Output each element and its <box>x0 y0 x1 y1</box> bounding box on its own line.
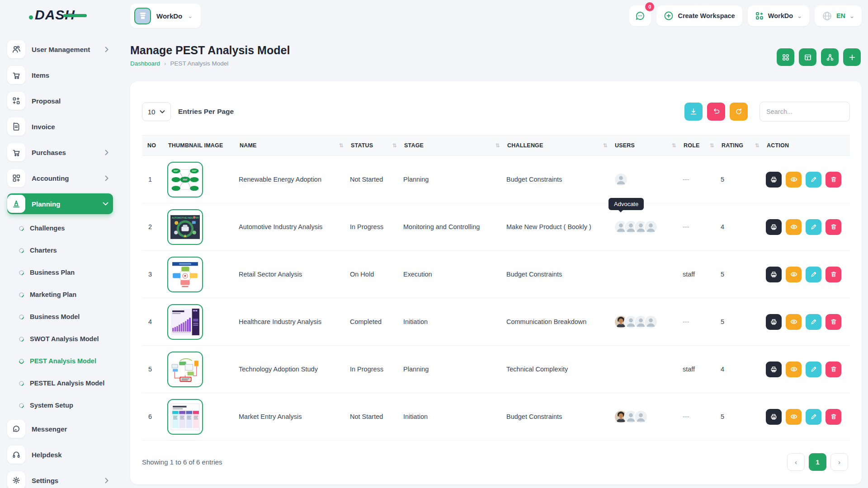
bullet-ring-icon <box>18 357 25 365</box>
pencil-action-button[interactable] <box>806 314 821 330</box>
printer-action-button[interactable] <box>766 314 782 330</box>
table-view-button[interactable] <box>799 48 816 66</box>
cell-stage: Planning <box>403 176 506 183</box>
workspace-menu-button[interactable]: WorkDo ⌄ <box>748 5 809 26</box>
user-placeholder-avatar[interactable] <box>614 173 628 187</box>
sidebar-item-invoice[interactable]: Invoice <box>7 116 113 137</box>
pencil-action-button[interactable] <box>806 361 821 377</box>
column-header-role[interactable]: ROLE⇅ <box>683 136 721 155</box>
sidebar-item-planning[interactable]: Planning <box>7 193 113 214</box>
cell-name: Renewable Energy Adoption <box>239 176 350 183</box>
sidebar-item-settings[interactable]: Settings <box>7 470 113 488</box>
user-placeholder-avatar[interactable] <box>644 315 658 329</box>
sidebar-item-user-management[interactable]: User Management <box>7 39 113 60</box>
column-header-rating[interactable]: RATING⇅ <box>721 136 766 155</box>
column-header-name[interactable]: NAME⇅ <box>239 136 350 155</box>
printer-icon <box>770 223 778 231</box>
sidebar-item-accounting[interactable]: Accounting <box>7 168 113 188</box>
sidebar-item-messenger[interactable]: Messenger <box>7 418 113 439</box>
sidebar-item-proposal[interactable]: Proposal <box>7 90 113 111</box>
pencil-action-button[interactable] <box>806 267 821 282</box>
cell-action <box>766 219 850 235</box>
comparison-table-thumbnail[interactable] <box>167 399 203 435</box>
column-header-status[interactable]: STATUS⇅ <box>350 136 403 155</box>
eye-action-button[interactable] <box>786 172 802 188</box>
cell-no: 2 <box>142 223 167 230</box>
breadcrumb-dashboard-link[interactable]: Dashboard <box>130 60 160 67</box>
create-workspace-button[interactable]: Create Workspace <box>656 5 742 26</box>
sidebar-subitem-pestel-analysis-model[interactable]: PESTEL Analysis Model <box>7 374 113 392</box>
pagination: ‹ 1 › <box>787 453 848 471</box>
automotive-infographic-thumbnail[interactable]: AUTOMOTIVE INDUSTRY <box>167 209 203 245</box>
trash-action-button[interactable] <box>826 219 841 235</box>
user-placeholder-avatar[interactable] <box>634 410 648 424</box>
refresh-button[interactable] <box>730 103 748 121</box>
sidebar-subitem-charters[interactable]: Charters <box>7 241 113 259</box>
sidebar-subitem-business-plan[interactable]: Business Plan <box>7 263 113 282</box>
sort-icon[interactable]: ⇅ <box>710 142 714 149</box>
pagination-page-1[interactable]: 1 <box>809 453 826 471</box>
pencil-icon <box>810 413 817 420</box>
sidebar-subitem-challenges[interactable]: Challenges <box>7 219 113 237</box>
plus-button[interactable] <box>843 48 861 66</box>
eye-action-button[interactable] <box>786 219 802 235</box>
trash-action-button[interactable] <box>826 361 841 377</box>
column-header-users[interactable]: USERS⇅ <box>614 136 683 155</box>
printer-action-button[interactable] <box>766 267 782 282</box>
entries-per-page-select[interactable]: 10 <box>142 102 171 121</box>
column-header-stage[interactable]: STAGE⇅ <box>403 136 506 155</box>
printer-action-button[interactable] <box>766 219 782 235</box>
cell-name: Automotive Industry Analysis <box>239 223 350 230</box>
mindmap-diagram-thumbnail[interactable] <box>167 162 203 197</box>
cell-rating: 4 <box>721 366 766 373</box>
sort-icon[interactable]: ⇅ <box>392 142 397 149</box>
sidebar-item-label: Items <box>32 71 113 79</box>
sort-icon[interactable]: ⇅ <box>603 142 608 149</box>
bullet-ring-icon <box>18 380 25 387</box>
sidebar-item-purchases[interactable]: Purchases <box>7 142 113 163</box>
hierarchy-view-button[interactable] <box>821 48 839 66</box>
column-header-challenge[interactable]: CHALLENGE⇅ <box>506 136 614 155</box>
pencil-action-button[interactable] <box>806 409 821 425</box>
eye-action-button[interactable] <box>786 267 802 282</box>
user-placeholder-avatar[interactable] <box>644 220 658 234</box>
cycle-diagram-thumbnail[interactable] <box>167 257 203 292</box>
pagination-next-button[interactable]: › <box>830 453 848 471</box>
trash-action-button[interactable] <box>826 172 841 188</box>
printer-action-button[interactable] <box>766 172 782 188</box>
pagination-prev-button[interactable]: ‹ <box>787 453 805 471</box>
sort-icon[interactable]: ⇅ <box>672 142 676 149</box>
messages-button[interactable]: 0 <box>629 5 651 26</box>
undo-button[interactable] <box>707 103 725 121</box>
eye-action-button[interactable] <box>786 409 802 425</box>
trash-action-button[interactable] <box>826 314 841 330</box>
sort-icon[interactable]: ⇅ <box>339 142 344 149</box>
sort-icon[interactable]: ⇅ <box>495 142 500 149</box>
sidebar-subitem-marketing-plan[interactable]: Marketing Plan <box>7 286 113 304</box>
sort-icon[interactable]: ⇅ <box>755 142 760 149</box>
sidebar-item-helpdesk[interactable]: Helpdesk <box>7 444 113 465</box>
language-button[interactable]: EN ⌄ <box>815 5 862 26</box>
sidebar-subitem-swot-analysis-model[interactable]: SWOT Analysis Model <box>7 330 113 348</box>
pencil-action-button[interactable] <box>806 172 821 188</box>
sidebar-subitem-system-setup[interactable]: System Setup <box>7 396 113 414</box>
cell-no: 4 <box>142 318 167 325</box>
sidebar-subitem-business-model[interactable]: Business Model <box>7 308 113 326</box>
sidebar-item-items[interactable]: Items <box>7 65 113 85</box>
export-button[interactable] <box>684 103 703 121</box>
printer-action-button[interactable] <box>766 409 782 425</box>
column-label: NAME <box>240 142 257 149</box>
trash-action-button[interactable] <box>826 409 841 425</box>
sidebar-subitem-pest-analysis-model[interactable]: PEST Analysis Model <box>7 352 113 370</box>
workspace-selector[interactable]: WorkDo ⌄ <box>130 4 201 28</box>
eye-action-button[interactable] <box>786 314 802 330</box>
column-label: STAGE <box>404 142 424 149</box>
flowchart-diagram-thumbnail[interactable] <box>167 352 203 387</box>
trash-action-button[interactable] <box>826 267 841 282</box>
eye-action-button[interactable] <box>786 361 802 377</box>
pencil-action-button[interactable] <box>806 219 821 235</box>
bar-chart-report-thumbnail[interactable] <box>167 304 203 340</box>
search-input[interactable] <box>760 102 850 122</box>
printer-action-button[interactable] <box>766 361 782 377</box>
grid-view-button[interactable] <box>777 48 794 66</box>
